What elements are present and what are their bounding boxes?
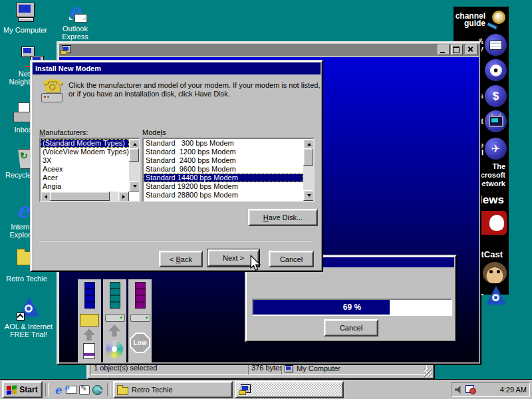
list-item[interactable]: 3X: [41, 156, 129, 165]
list-item[interactable]: Standard 2400 bps Modem: [144, 156, 303, 165]
task-button-modem-wizard[interactable]: [235, 381, 344, 398]
modem-wizard-icon: [239, 384, 251, 395]
icon-label: Retro Techie: [0, 275, 53, 283]
graphic-tile-target: Low: [128, 279, 152, 363]
low-sign: Low: [130, 332, 150, 353]
channel-guide-label: channel guide: [456, 13, 485, 27]
resize-grip[interactable]: [424, 368, 432, 377]
list-item[interactable]: Standard 300 bps Modem: [144, 139, 303, 148]
folder-icon: [117, 385, 129, 394]
up-arrow-icon: [108, 325, 120, 336]
list-item[interactable]: Angia: [41, 182, 129, 191]
scroll-thumb[interactable]: [129, 148, 139, 162]
airplane-icon: ✈: [485, 138, 507, 160]
quicklaunch-view-channels-icon[interactable]: [91, 384, 104, 396]
list-item[interactable]: Standard 19200 bps Modem: [144, 182, 303, 191]
task-button-retro-techie[interactable]: Retro Techie: [113, 381, 233, 398]
install-graphic: Low: [78, 279, 152, 363]
modem-wizard-icon: [61, 45, 71, 55]
manufacturers-listbox[interactable]: (Standard Modem Types) (VoiceView Modem …: [39, 138, 140, 202]
list-item[interactable]: Standard 9600 bps Modem: [144, 165, 303, 174]
statusbar-zone-text: My Computer: [297, 364, 340, 374]
graphic-tile-transfer: [103, 279, 126, 363]
list-item[interactable]: (VoiceView Modem Types): [41, 148, 129, 156]
scroll-right-button[interactable]: [118, 192, 129, 202]
dialog-cancel-label: Cancel: [280, 255, 303, 263]
list-item-selected[interactable]: Standard 14400 bps Modem: [144, 174, 303, 182]
progress-cancel-button[interactable]: Cancel: [324, 319, 378, 336]
task-label: Retro Techie: [132, 386, 173, 394]
quicklaunch-outlook-icon[interactable]: e: [65, 384, 78, 396]
minimize-button[interactable]: [438, 45, 450, 55]
document-icon: [83, 343, 95, 359]
back-label: < Back: [170, 255, 192, 263]
list-item[interactable]: Standard 1200 bps Modem: [144, 148, 303, 156]
manufacturers-hscrollbar[interactable]: [41, 192, 129, 201]
my-computer-icon: [13, 3, 37, 24]
desktop: My Computer e Outlook Express Network Ne…: [0, 0, 532, 399]
models-listbox[interactable]: Standard 300 bps Modem Standard 1200 bps…: [142, 138, 315, 202]
list-item[interactable]: Standard 28800 bps Modem: [144, 191, 303, 200]
manufacturers-label: Manufacturers:: [39, 128, 88, 136]
separator: [39, 241, 313, 242]
separator: [107, 383, 110, 396]
folder-icon: [80, 314, 99, 327]
modem-icon: [105, 314, 125, 322]
channel-guide-logo[interactable]: channel guide: [454, 10, 509, 30]
system-tray: 4:29 AM: [452, 382, 530, 397]
scroll-thumb[interactable]: [50, 192, 110, 201]
desktop-icon-my-computer[interactable]: My Computer: [3, 3, 48, 34]
dialog-cancel-button[interactable]: Cancel: [269, 251, 314, 267]
pointcast-label: tCast: [481, 249, 503, 259]
progress-cancel-label: Cancel: [340, 324, 362, 332]
list-item[interactable]: Aceex: [41, 165, 129, 174]
icon-label: My Computer: [3, 26, 48, 34]
icon-label: Outlook Express: [55, 25, 96, 41]
graphic-tile-source: [78, 279, 101, 363]
dollar-icon: $: [485, 85, 507, 107]
modem-dialog-titlebar[interactable]: Install New Modem: [33, 63, 321, 74]
scroll-down-button[interactable]: [129, 181, 140, 192]
models-vscrollbar[interactable]: [303, 139, 313, 201]
taz-logo: [483, 262, 507, 283]
list-item[interactable]: (Standard Modem Types): [41, 139, 129, 148]
separator: [45, 383, 49, 396]
maximize-button[interactable]: [451, 45, 463, 55]
up-arrow-icon: [83, 329, 95, 340]
tv-icon: [485, 110, 507, 132]
desktop-icon-aol-free-trial[interactable]: AOL & Internet FREE Trial!: [0, 295, 57, 338]
windows-flag-icon: [7, 385, 17, 395]
newspaper-icon: [485, 34, 507, 56]
scroll-thumb[interactable]: [303, 148, 313, 166]
close-button[interactable]: [466, 45, 477, 55]
start-button[interactable]: Start: [2, 381, 43, 398]
install-new-modem-dialog: Install New Modem ☎ Click the manufactur…: [30, 60, 323, 272]
volume-icon[interactable]: [455, 386, 464, 394]
desktop-icon-outlook-express[interactable]: e Outlook Express: [55, 1, 96, 41]
quicklaunch-show-desktop-icon[interactable]: ✎: [78, 384, 91, 396]
clock[interactable]: 4:29 AM: [500, 386, 527, 394]
modem-icon: [130, 314, 150, 322]
quicklaunch-ie-icon[interactable]: e: [51, 384, 65, 396]
low-sign-label: Low: [134, 339, 147, 346]
list-item[interactable]: Acer: [41, 174, 129, 182]
modem-dialog-instruction: Click the manufacturer and model of your…: [68, 81, 323, 98]
setup-window-titlebar[interactable]: [59, 44, 479, 56]
modem-dialog-title: Install New Modem: [35, 65, 101, 72]
manufacturers-vscrollbar[interactable]: [129, 139, 139, 192]
models-label: Models: [142, 128, 166, 136]
aol-icon: [17, 295, 41, 321]
magnifier-icon: [487, 10, 507, 30]
next-label: Next >: [223, 254, 244, 262]
scroll-down-button[interactable]: [303, 190, 315, 201]
icon-label: AOL & Internet FREE Trial!: [0, 323, 57, 338]
segment-bar-teal: [110, 282, 120, 309]
telephone-icon: ☎: [40, 80, 64, 102]
scheduler-icon[interactable]: [466, 385, 476, 394]
start-label: Start: [19, 385, 37, 394]
progress-percent-label: 69 %: [253, 300, 451, 315]
have-disk-button[interactable]: Have Disk...: [248, 209, 318, 226]
my-computer-icon: [285, 365, 294, 373]
back-button[interactable]: < Back: [159, 251, 203, 267]
soccer-ball-icon: [485, 59, 507, 81]
